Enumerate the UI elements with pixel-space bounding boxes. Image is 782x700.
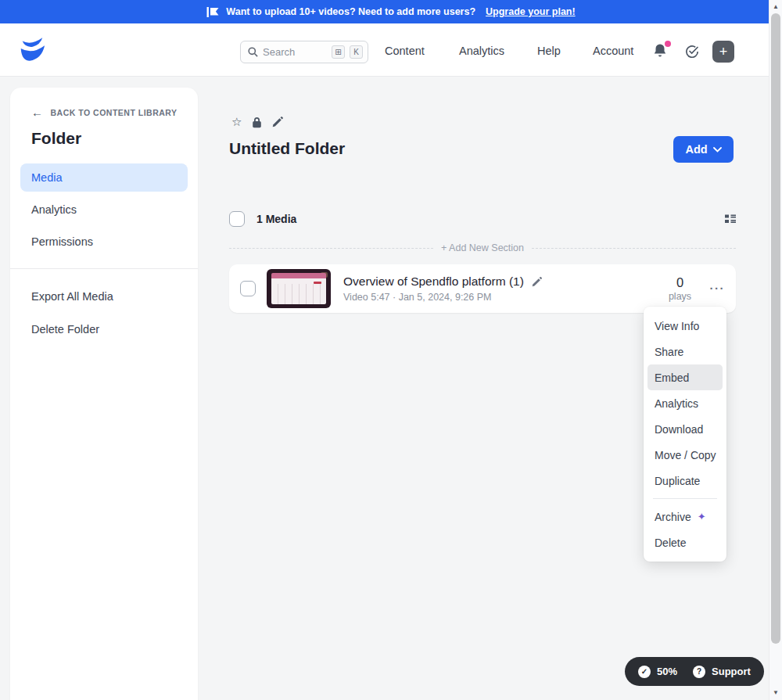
support-button[interactable]: ? Support [693,666,751,678]
banner-message: Want to upload 10+ videos? Need to add m… [226,6,475,17]
add-section-label: + Add New Section [441,242,524,253]
meta-key-icon: ⊞ [332,45,345,59]
nav-analytics[interactable]: Analytics [459,44,504,58]
menu-item-duplicate[interactable]: Duplicate [647,468,723,494]
upgrade-plan-link[interactable]: Upgrade your plan! [486,6,576,17]
menu-item-analytics[interactable]: Analytics [647,390,723,416]
search-icon [248,47,258,57]
page-title: Untitled Folder [229,139,345,158]
section-dash-left [229,248,433,249]
sidebar-item-media[interactable]: Media [20,163,188,192]
media-options-button[interactable]: ··· [710,285,726,293]
flag-icon [206,7,219,17]
scroll-up-icon[interactable]: ▲ [769,3,782,10]
back-to-library-link[interactable]: ← BACK TO CONTENT LIBRARY [20,106,188,119]
export-all-media-button[interactable]: Export All Media [20,280,188,313]
status-support-pill: ✓ 50% ? Support [625,657,764,686]
sidebar-item-analytics[interactable]: Analytics [20,196,188,224]
notifications-button[interactable] [653,43,670,60]
media-count-row: 1 Media [229,210,736,228]
media-count-label: 1 Media [256,213,296,225]
menu-item-view-info[interactable]: View Info [647,313,723,339]
add-button[interactable]: Add [673,136,734,163]
search-box[interactable]: ⊞ K [240,41,368,63]
add-new-section-button[interactable]: + Add New Section [229,242,736,253]
edit-folder-icon[interactable] [272,117,283,127]
select-all-checkbox[interactable] [229,211,245,227]
section-dash-right [532,248,736,249]
video-thumbnail[interactable] [267,269,331,308]
menu-item-embed[interactable]: Embed [647,364,723,390]
scroll-down-icon[interactable]: ▼ [769,689,782,696]
progress-widget[interactable]: ✓ 50% [638,666,677,678]
create-new-button[interactable]: + [712,41,734,63]
menu-item-archive[interactable]: Archive ✦ [647,504,723,529]
wistia-logo[interactable] [16,36,46,64]
menu-item-share[interactable]: Share [647,339,723,364]
sidebar-item-permissions[interactable]: Permissions [20,228,188,256]
delete-folder-button[interactable]: Delete Folder [20,313,188,346]
plays-label: plays [658,291,702,302]
layout-toggle-icon[interactable] [725,214,736,224]
sidebar-title: Folder [20,129,188,148]
plays-stat: 0 plays [658,275,702,302]
scrollbar-thumb[interactable] [771,13,780,644]
media-meta: Video 5:47 · Jan 5, 2024, 9:26 PM [343,292,542,303]
back-arrow-icon: ← [31,106,44,119]
nav-account[interactable]: Account [593,44,633,58]
plays-count: 0 [658,275,702,290]
check-circle-icon [685,45,699,59]
app-header: ⊞ K Content Analytics Help Account + [0,23,782,77]
media-checkbox[interactable] [240,281,256,296]
menu-divider [653,498,717,499]
menu-item-delete[interactable]: Delete [647,529,723,555]
nav-help[interactable]: Help [537,44,561,58]
tasks-button[interactable] [685,45,699,59]
media-context-menu: View Info Share Embed Analytics Download… [644,307,726,562]
media-info: Overview of Spendflo platform (1) Video … [343,275,542,303]
support-label: Support [712,666,751,677]
notification-dot [665,41,671,47]
search-input[interactable] [263,46,327,58]
nav-content[interactable]: Content [385,44,425,58]
chevron-down-icon [713,147,722,153]
edit-title-icon[interactable] [532,277,542,287]
star-icon[interactable]: ☆ [231,115,242,129]
back-label: BACK TO CONTENT LIBRARY [51,108,178,117]
folder-header-icons: ☆ [231,115,283,129]
sparkle-icon: ✦ [698,511,706,522]
folder-sidebar: ← BACK TO CONTENT LIBRARY Folder Media A… [10,88,198,700]
k-key-icon: K [350,45,363,59]
menu-item-download[interactable]: Download [647,416,723,442]
check-badge-icon: ✓ [638,666,651,678]
progress-label: 50% [657,666,677,677]
page-scrollbar[interactable]: ▲ ▼ [769,0,782,700]
upgrade-banner: Want to upload 10+ videos? Need to add m… [0,0,782,23]
lock-icon[interactable] [252,117,262,128]
question-icon: ? [693,666,705,678]
media-title[interactable]: Overview of Spendflo platform (1) [343,275,524,289]
media-row[interactable]: Overview of Spendflo platform (1) Video … [229,264,736,313]
menu-item-move-copy[interactable]: Move / Copy [647,442,723,468]
